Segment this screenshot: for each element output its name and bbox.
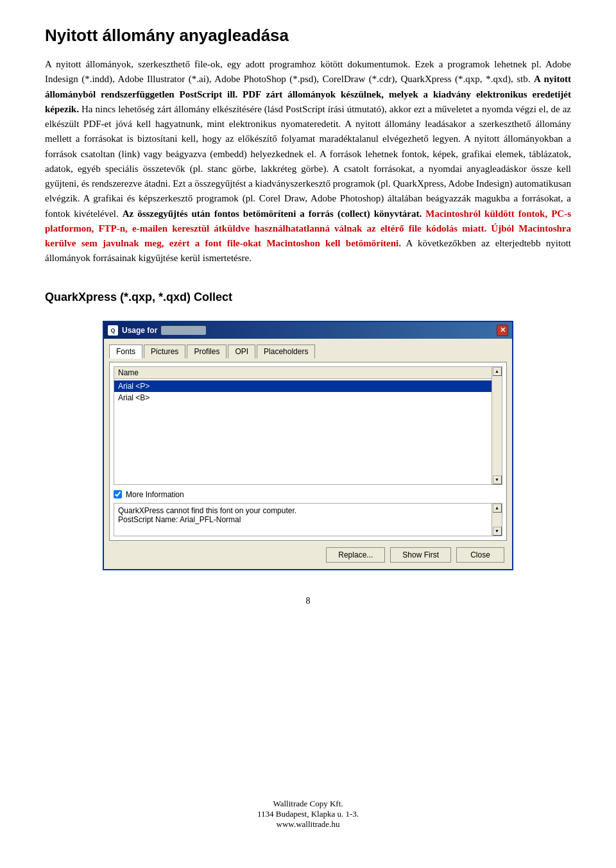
page-footer: Wallitrade Copy Kft. 1134 Budapest, Klap… xyxy=(45,779,571,830)
dialog-buttons: Replace... Show First Close xyxy=(109,547,507,563)
font-list-content: Name Arial <P> Arial <B> xyxy=(114,367,492,484)
replace-button[interactable]: Replace... xyxy=(326,547,385,563)
info-box-container: QuarkXPress cannot find this font on you… xyxy=(114,503,502,536)
dialog-title-text: Usage for xyxy=(122,326,157,335)
info-line-1: QuarkXPress cannot find this font on you… xyxy=(118,506,488,515)
info-box-scrollbar: ▲ ▼ xyxy=(492,504,502,536)
usage-for-dialog: Q Usage for ✕ Fonts Pictures Profiles OP… xyxy=(103,321,513,570)
footer-line-1: Wallitrade Copy Kft. xyxy=(45,799,571,809)
page-title: Nyitott állomány anyagleadása xyxy=(45,26,571,46)
tab-content-area: Name Arial <P> Arial <B> xyxy=(109,362,507,541)
tab-profiles[interactable]: Profiles xyxy=(187,345,227,359)
list-item-arial-b[interactable]: Arial <B> xyxy=(114,392,492,404)
scrollbar-down-arrow[interactable]: ▼ xyxy=(493,475,502,484)
font-list: Arial <P> Arial <B> xyxy=(114,380,492,404)
list-header: Name xyxy=(114,367,492,379)
info-line-2: PostScript Name: Arial_PFL-Normal xyxy=(118,515,488,524)
info-box-text: QuarkXPress cannot find this font on you… xyxy=(114,504,492,536)
close-dialog-button[interactable]: Close xyxy=(456,547,504,563)
more-info-checkbox-row: More Information xyxy=(114,490,502,499)
list-item-arial-p[interactable]: Arial <P> xyxy=(114,380,492,392)
footer-line-3: www.wallitrade.hu xyxy=(45,819,571,830)
scrollbar-track xyxy=(492,376,502,475)
dialog-title-blurred-value xyxy=(161,326,206,335)
footer-line-2: 1134 Budapest, Klapka u. 1-3. xyxy=(45,809,571,819)
page-number: 8 xyxy=(45,596,571,606)
info-scrollbar-up[interactable]: ▲ xyxy=(493,504,502,513)
tab-opi[interactable]: OPI xyxy=(228,345,255,359)
more-info-label: More Information xyxy=(126,490,184,499)
dialog-close-button[interactable]: ✕ xyxy=(497,325,508,336)
dialog-title-icon: Q xyxy=(108,325,118,336)
dialog-titlebar-left: Q Usage for xyxy=(108,325,206,336)
section-heading-quark: QuarkXpress (*.qxp, *.qxd) Collect xyxy=(45,291,571,304)
font-list-scrollbar: ▲ ▼ xyxy=(492,367,502,484)
info-scrollbar-track xyxy=(492,513,502,527)
show-first-button[interactable]: Show First xyxy=(390,547,451,563)
list-header-name: Name xyxy=(118,368,139,377)
tab-fonts[interactable]: Fonts xyxy=(109,345,142,359)
list-item-arial-b-label: Arial <B> xyxy=(118,393,150,402)
dialog-titlebar: Q Usage for ✕ xyxy=(104,322,512,339)
tab-pictures[interactable]: Pictures xyxy=(144,345,185,359)
list-item-arial-p-label: Arial <P> xyxy=(118,382,150,391)
font-list-container: Name Arial <P> Arial <B> xyxy=(114,366,502,485)
tab-placeholders[interactable]: Placeholders xyxy=(257,345,315,359)
dialog-tabs: Fonts Pictures Profiles OPI Placeholders xyxy=(109,344,507,358)
dialog-body: Fonts Pictures Profiles OPI Placeholders… xyxy=(104,339,512,569)
scrollbar-up-arrow[interactable]: ▲ xyxy=(493,367,502,376)
more-info-checkbox[interactable] xyxy=(114,490,122,498)
body-paragraph-1: A nyitott állományok, szerkeszthető file… xyxy=(45,57,571,266)
dialog-wrapper: Q Usage for ✕ Fonts Pictures Profiles OP… xyxy=(45,321,571,570)
info-scrollbar-down[interactable]: ▼ xyxy=(493,527,502,536)
